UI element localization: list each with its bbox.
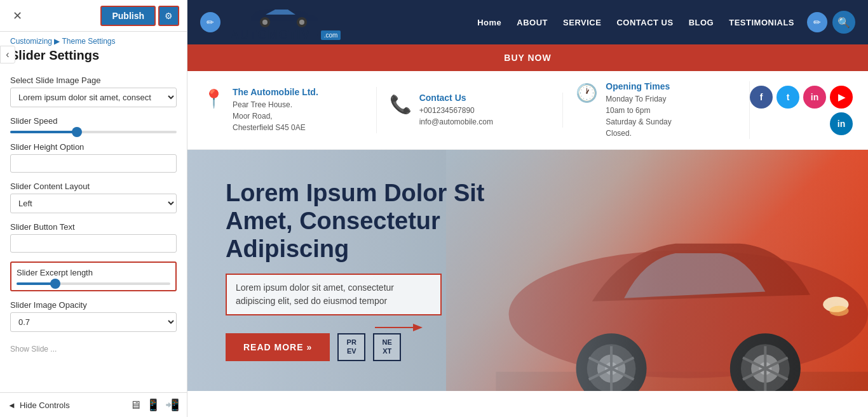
address-title: The Automobile Ltd.: [233, 87, 318, 97]
twitter-button[interactable]: t: [776, 86, 799, 109]
mobile-view-button[interactable]: 📲: [165, 398, 179, 412]
slider-speed-fill: [10, 131, 77, 133]
hero-content: Lorem Ipsum Dolor Sit Amet, Consectetur …: [187, 154, 562, 386]
social-row-top: f t in ▶: [750, 86, 853, 109]
hero-excerpt: Lorem ipsum dolor sit amet, consectetur …: [226, 274, 442, 315]
publish-area: Publish ⚙: [100, 6, 179, 26]
breadcrumb-part2[interactable]: Theme Settings: [62, 37, 116, 46]
top-bar: ✕ Publish ⚙: [0, 0, 187, 32]
prev-button[interactable]: PREV: [337, 333, 365, 361]
slider-button-text-label: Slider Button Text: [10, 222, 177, 232]
nav-link-service[interactable]: SERVICE: [555, 18, 609, 27]
breadcrumb-part1[interactable]: Customizing: [10, 37, 52, 46]
publish-button[interactable]: Publish: [100, 6, 156, 26]
field-slider-excerpt: Slider Excerpt length: [10, 261, 177, 291]
slider-content-layout-select[interactable]: Left: [10, 194, 177, 213]
slider-speed-thumb[interactable]: [72, 127, 82, 137]
footer-icons: 🖥 📱 📲: [130, 398, 179, 412]
hero-buttons: READ MORE » PREV NEXT: [226, 333, 524, 361]
pencil-icon-nav: ✏: [813, 17, 821, 27]
site-navbar: ✏ AUTOMOTIVE .com: [187, 0, 868, 44]
location-icon: 📍: [203, 88, 225, 109]
svg-point-1: [262, 20, 268, 25]
chevron-left-icon: ◄: [8, 400, 16, 410]
info-strip: 📍 The Automobile Ltd. Pear Tree House.Mo…: [187, 71, 868, 150]
slider-speed-track[interactable]: [10, 131, 177, 133]
info-block-hours: 🕐 Opening Times Monday To Friday10am to …: [563, 81, 750, 139]
social-row-bottom: in: [830, 112, 853, 135]
hide-controls-button[interactable]: ◄ Hide Controls: [8, 400, 70, 410]
nav-link-contact[interactable]: CONTACT US: [609, 18, 681, 27]
panel-content: Select Slide Image Page Lorem ipsum dolo…: [0, 70, 187, 392]
field-slider-height: Slider Height Option: [10, 142, 177, 173]
slider-height-input[interactable]: [10, 154, 177, 173]
pencil-icon: ✏: [207, 17, 214, 27]
slider-height-label: Slider Height Option: [10, 142, 177, 152]
info-block-address: 📍 The Automobile Ltd. Pear Tree House.Mo…: [203, 87, 377, 133]
hours-lines: Monday To Friday10am to 6pmSaturday & Su…: [606, 93, 671, 139]
contact-lines: +001234567890info@automobile.com: [419, 105, 493, 128]
field-slider-image-opacity: Slider Image Opacity 0.7: [10, 300, 177, 332]
breadcrumb-separator: ▶: [54, 37, 62, 46]
info-block-contact: 📞 Contact Us +001234567890info@automobil…: [377, 93, 564, 128]
slider-content-layout-label: Slider Content Layout: [10, 182, 177, 191]
partial-field: Show Slide ...: [10, 341, 177, 357]
slide-image-page-select[interactable]: Lorem ipsum dolor sit amet, consect: [10, 88, 177, 107]
next-button[interactable]: NEXT: [373, 333, 401, 361]
nav-link-home[interactable]: Home: [470, 18, 509, 27]
panel-title: Slider Settings: [0, 47, 187, 70]
logo-text: AUTOMOTIVE: [231, 29, 320, 42]
youtube-button[interactable]: ▶: [830, 86, 853, 109]
field-slider-button-text: Slider Button Text READ MORE: [10, 222, 177, 253]
svg-marker-23: [413, 324, 423, 331]
svg-point-3: [299, 20, 304, 25]
field-slider-speed: Slider Speed: [10, 116, 177, 133]
logo-area: AUTOMOTIVE .com: [231, 3, 341, 42]
slider-excerpt-label: Slider Excerpt length: [17, 268, 170, 277]
buy-now-bar: BUY NOW: [187, 44, 868, 71]
instagram-button[interactable]: in: [803, 86, 826, 109]
tablet-view-button[interactable]: 📱: [146, 398, 160, 412]
nav-link-about[interactable]: ABOUT: [509, 18, 555, 27]
address-text: The Automobile Ltd. Pear Tree House.Moor…: [233, 87, 318, 133]
slider-excerpt-fill: [17, 282, 55, 285]
panel-footer: ◄ Hide Controls 🖥 📱 📲: [0, 392, 187, 417]
contact-text: Contact Us +001234567890info@automobile.…: [419, 93, 493, 128]
slider-image-opacity-select[interactable]: 0.7: [10, 312, 177, 332]
desktop-view-button[interactable]: 🖥: [130, 399, 141, 412]
hours-title: Opening Times: [606, 81, 671, 91]
edit-nav-icon[interactable]: ✏: [807, 12, 827, 32]
search-button[interactable]: 🔍: [832, 11, 855, 34]
address-lines: Pear Tree House.Moor Road,Chesterfield S…: [233, 99, 318, 133]
linkedin-button[interactable]: in: [830, 112, 853, 135]
close-button[interactable]: ✕: [8, 6, 27, 25]
nav-links: Home ABOUT SERVICE CONTACT US BLOG TESTI…: [351, 11, 855, 34]
slide-image-page-label: Select Slide Image Page: [10, 76, 177, 85]
slider-excerpt-thumb[interactable]: [50, 279, 60, 289]
search-icon: 🔍: [837, 17, 850, 29]
field-slider-content-layout: Slider Content Layout Left: [10, 182, 177, 213]
hero-slider: Lorem Ipsum Dolor Sit Amet, Consectetur …: [187, 150, 868, 391]
buy-now-link[interactable]: BUY NOW: [504, 53, 551, 63]
field-slide-image-page: Select Slide Image Page Lorem ipsum dolo…: [10, 76, 177, 107]
gear-button[interactable]: ⚙: [158, 6, 179, 26]
slider-speed-label: Slider Speed: [10, 116, 177, 126]
annotation-arrow: [375, 324, 426, 331]
clock-icon: 🕐: [576, 83, 598, 103]
logo-com: .com: [321, 30, 341, 40]
car-logo-svg: [245, 3, 327, 30]
hours-text: Opening Times Monday To Friday10am to 6p…: [606, 81, 671, 139]
logo-text-row: AUTOMOTIVE .com: [231, 29, 341, 42]
slider-image-opacity-label: Slider Image Opacity: [10, 300, 177, 310]
hide-controls-label: Hide Controls: [20, 400, 70, 410]
site-preview: ✏ AUTOMOTIVE .com: [187, 0, 868, 417]
edit-logo-icon[interactable]: ✏: [200, 12, 220, 32]
slider-button-text-input[interactable]: READ MORE: [10, 234, 177, 253]
facebook-button[interactable]: f: [750, 86, 773, 109]
hero-title: Lorem Ipsum Dolor Sit Amet, Consectetur …: [226, 180, 524, 263]
read-more-button[interactable]: READ MORE »: [226, 333, 330, 361]
nav-link-blog[interactable]: BLOG: [681, 18, 722, 27]
slider-excerpt-track[interactable]: [17, 282, 170, 285]
back-button[interactable]: ‹: [0, 46, 15, 63]
nav-link-testimonials[interactable]: TESTIMONIALS: [721, 18, 802, 27]
